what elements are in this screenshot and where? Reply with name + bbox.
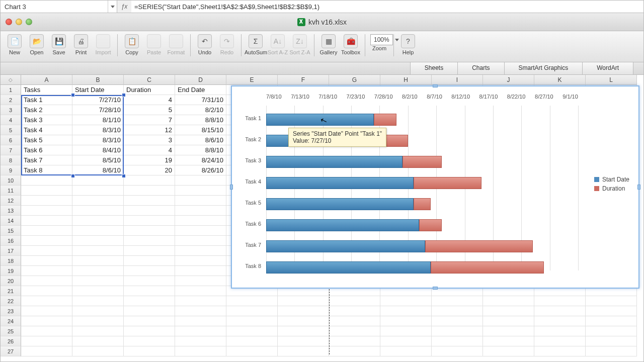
cell[interactable] — [21, 316, 72, 326]
row-header[interactable]: 23 — [1, 306, 21, 316]
cell[interactable] — [72, 186, 124, 196]
new-button[interactable]: 📄New — [4, 33, 26, 55]
cell[interactable] — [483, 346, 534, 356]
cell[interactable] — [21, 336, 72, 346]
cell[interactable] — [226, 336, 278, 346]
cell[interactable]: 8/24/10 — [175, 155, 226, 165]
cell[interactable] — [329, 346, 380, 356]
cell[interactable] — [124, 296, 175, 306]
tab-smartart[interactable]: SmartArt Graphics — [504, 62, 583, 74]
cell[interactable] — [483, 306, 534, 316]
row-header[interactable]: 10 — [1, 175, 21, 186]
chart-bar-start-date[interactable] — [266, 261, 431, 274]
selection-handle[interactable] — [122, 93, 126, 97]
help-button[interactable]: ?Help — [397, 33, 419, 55]
copy-button[interactable]: 📋Copy — [121, 33, 143, 55]
cell[interactable] — [432, 326, 483, 336]
cell[interactable] — [124, 326, 175, 336]
cell[interactable] — [124, 276, 175, 286]
name-box[interactable]: Chart 3 — [1, 1, 117, 13]
cell[interactable] — [329, 326, 380, 336]
column-header[interactable]: B — [72, 75, 124, 85]
chart-bar-duration[interactable] — [403, 156, 442, 168]
column-header[interactable]: K — [534, 75, 586, 85]
cell[interactable] — [380, 296, 432, 306]
cell[interactable] — [534, 326, 586, 336]
cell[interactable] — [586, 326, 637, 336]
cell[interactable] — [72, 266, 124, 276]
cell[interactable] — [175, 226, 226, 236]
chart-bar-start-date[interactable] — [266, 198, 414, 210]
zoom-control[interactable]: 100%Zoom — [368, 33, 390, 51]
cell[interactable] — [124, 196, 175, 206]
cell[interactable] — [432, 316, 483, 326]
chart-bar-start-date[interactable] — [266, 177, 414, 189]
cell[interactable] — [175, 196, 226, 206]
cell[interactable] — [21, 346, 72, 356]
chart-bar-start-date[interactable] — [266, 240, 425, 252]
cell[interactable] — [226, 346, 278, 356]
row-header[interactable]: 17 — [1, 246, 21, 256]
cell[interactable] — [72, 286, 124, 296]
cell[interactable]: 7/28/10 — [72, 105, 124, 115]
cell[interactable] — [534, 296, 586, 306]
cell[interactable] — [432, 336, 483, 346]
cell[interactable]: 8/4/10 — [72, 145, 124, 155]
name-box-dropdown[interactable] — [108, 1, 117, 13]
cell[interactable]: 20 — [124, 165, 175, 175]
cell[interactable] — [72, 296, 124, 306]
chart-resize-handle[interactable] — [230, 185, 233, 190]
row-header[interactable]: 21 — [1, 286, 21, 296]
cell[interactable]: 7 — [124, 115, 175, 125]
cell[interactable] — [175, 266, 226, 276]
row-header[interactable]: 18 — [1, 256, 21, 266]
save-button[interactable]: 💾Save — [48, 33, 70, 55]
cell[interactable]: 19 — [124, 155, 175, 165]
row-header[interactable]: 6 — [1, 135, 21, 145]
row-header[interactable]: 7 — [1, 145, 21, 155]
cell[interactable] — [329, 336, 380, 346]
row-header[interactable]: 5 — [1, 125, 21, 135]
cell[interactable] — [175, 346, 226, 356]
cell[interactable] — [21, 206, 72, 216]
cell[interactable]: 8/5/10 — [72, 155, 124, 165]
row-header[interactable]: 1 — [1, 85, 21, 95]
row-header[interactable]: 14 — [1, 216, 21, 226]
cell[interactable]: 8/8/10 — [175, 115, 226, 125]
column-header[interactable]: J — [483, 75, 534, 85]
cell[interactable] — [72, 326, 124, 336]
tab-wordart[interactable]: WordArt — [582, 62, 633, 74]
cell[interactable] — [72, 216, 124, 226]
fx-icon[interactable]: ƒx — [117, 3, 131, 10]
cell[interactable]: 8/2/10 — [175, 105, 226, 115]
print-button[interactable]: 🖨Print — [70, 33, 92, 55]
cell[interactable] — [72, 226, 124, 236]
cell[interactable]: Duration — [124, 85, 175, 95]
cell[interactable]: End Date — [175, 85, 226, 95]
chart-bar-duration[interactable] — [431, 261, 544, 274]
selection-handle[interactable] — [71, 93, 75, 97]
cell[interactable] — [124, 236, 175, 246]
cell[interactable] — [175, 256, 226, 266]
cell[interactable] — [21, 296, 72, 306]
cell[interactable] — [226, 306, 278, 316]
row-header[interactable]: 19 — [1, 266, 21, 276]
cell[interactable] — [72, 236, 124, 246]
cell[interactable]: Task 5 — [21, 135, 72, 145]
cell[interactable]: Task 4 — [21, 125, 72, 135]
cell[interactable] — [124, 346, 175, 356]
cell[interactable] — [72, 336, 124, 346]
cell[interactable] — [21, 246, 72, 256]
cell[interactable] — [175, 306, 226, 316]
chart-resize-handle[interactable] — [433, 84, 438, 87]
chart-bar-duration[interactable] — [414, 198, 431, 210]
cell[interactable] — [72, 256, 124, 266]
cell[interactable] — [226, 326, 278, 336]
cell[interactable] — [21, 256, 72, 266]
cell[interactable] — [329, 306, 380, 316]
cell[interactable] — [21, 266, 72, 276]
row-header[interactable]: 27 — [1, 346, 21, 356]
column-header[interactable]: H — [380, 75, 432, 85]
chart-bar-duration[interactable] — [419, 219, 442, 231]
cell[interactable] — [72, 246, 124, 256]
